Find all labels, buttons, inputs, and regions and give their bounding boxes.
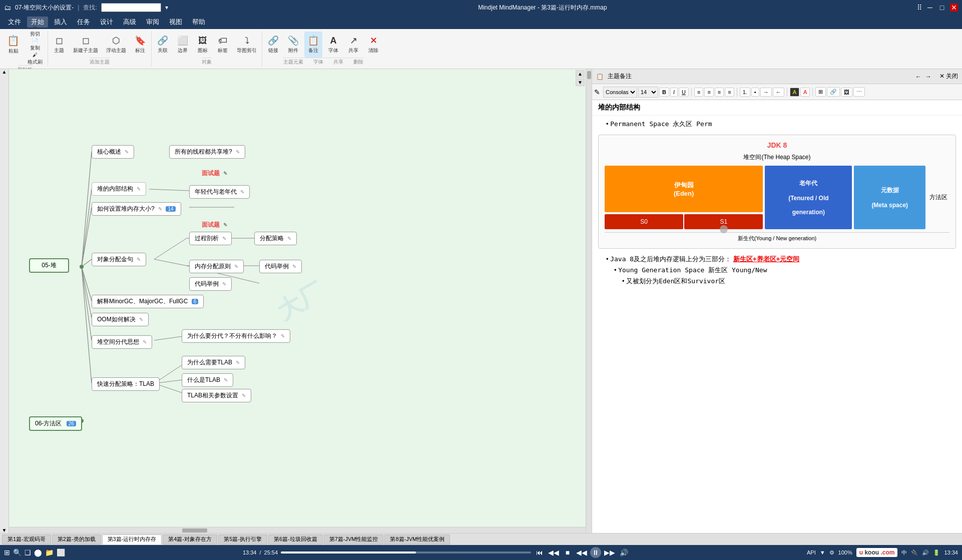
node-tlab-params[interactable]: TLAB相关参数设置 ✎ bbox=[182, 389, 251, 402]
align-right-button[interactable]: ≡ bbox=[715, 88, 724, 97]
node-process-analysis[interactable]: 过程剖析 ✎ bbox=[189, 232, 232, 245]
node-set-heap-size[interactable]: 如何设置堆内存大小? ✎ 14 bbox=[92, 202, 181, 216]
node-gen-thought[interactable]: 堆空间分代思想 ✎ bbox=[92, 335, 152, 349]
search-input[interactable] bbox=[101, 3, 161, 12]
bold-button[interactable]: B bbox=[659, 88, 669, 97]
node-object-alloc[interactable]: 对象分配金句 ✎ bbox=[92, 253, 146, 266]
taskview-icon[interactable]: ❑ bbox=[25, 548, 31, 556]
floating-topic-button[interactable]: ⬡ 浮动主题 bbox=[103, 32, 129, 58]
tab-7[interactable]: 第8篇-JVM性能优案例 bbox=[384, 534, 450, 544]
menu-review[interactable]: 审阅 bbox=[142, 17, 163, 28]
node-mem-alloc-principle[interactable]: 内存分配原则 ✎ bbox=[189, 260, 244, 273]
menu-insert[interactable]: 插入 bbox=[50, 17, 71, 28]
minimize-button[interactable]: ─ bbox=[926, 4, 934, 12]
clip-map-button[interactable]: ⤵ 导图剪引 bbox=[234, 32, 260, 58]
node-code-example1[interactable]: 代码举例 ✎ bbox=[259, 260, 302, 273]
node-young-old[interactable]: 年轻代与老年代 ✎ bbox=[189, 185, 250, 199]
menu-design[interactable]: 设计 bbox=[96, 17, 117, 28]
highlight-button[interactable]: A bbox=[790, 88, 799, 97]
node-06-method[interactable]: 06-方法区 26 bbox=[29, 416, 82, 431]
maximize-button[interactable]: □ bbox=[938, 4, 946, 12]
node-05-heap[interactable]: 05-堆 bbox=[29, 258, 69, 273]
node-oom-solve[interactable]: OOM如何解决 ✎ bbox=[92, 313, 149, 326]
link-button[interactable]: 🔗 链接 bbox=[264, 32, 282, 58]
mindmap-area[interactable]: 大厂 bbox=[9, 69, 592, 533]
node-why-tlab[interactable]: 为什么需要TLAB ✎ bbox=[182, 356, 245, 369]
paste-button[interactable]: 📋 粘贴 bbox=[4, 30, 23, 60]
next-button[interactable]: ▶▶ bbox=[604, 547, 615, 558]
underline-button[interactable]: U bbox=[679, 88, 689, 97]
settings-icon[interactable]: ⚙ bbox=[829, 549, 834, 556]
nav-back-button[interactable]: ← bbox=[915, 73, 921, 80]
unordered-list-button[interactable]: • bbox=[751, 88, 759, 97]
callout-button[interactable]: 🔖 标注 bbox=[131, 32, 149, 58]
text-color-button[interactable]: A bbox=[800, 88, 810, 97]
folder-icon[interactable]: 📁 bbox=[45, 548, 54, 556]
tab-1[interactable]: 第2篇-类的加载 bbox=[52, 534, 101, 544]
apps-icon[interactable]: ⠿ bbox=[917, 4, 922, 12]
stop-button[interactable]: ■ bbox=[562, 547, 573, 558]
align-left-button[interactable]: ≡ bbox=[694, 88, 703, 97]
chrome-icon[interactable]: ⬤ bbox=[34, 548, 42, 556]
share-button[interactable]: ↗ 共享 bbox=[344, 32, 362, 58]
app-icon1[interactable]: ⬜ bbox=[57, 548, 65, 556]
rewind-button[interactable]: ⏮ bbox=[534, 547, 545, 558]
nav-forward-button[interactable]: → bbox=[925, 73, 931, 80]
back-button[interactable]: ◀◀ bbox=[548, 547, 559, 558]
scrollbar-thumb[interactable] bbox=[587, 71, 591, 79]
close-panel-button[interactable]: ✕ 关闭 bbox=[939, 72, 958, 81]
menu-advanced[interactable]: 高级 bbox=[119, 17, 140, 28]
topic-button[interactable]: ◻ 主题 bbox=[50, 32, 68, 58]
format-painter-button[interactable]: 🖌 格式刷 bbox=[25, 52, 46, 65]
node-all-threads-share[interactable]: 所有的线程都共享堆? ✎ bbox=[169, 145, 245, 159]
ordered-list-button[interactable]: 1. bbox=[740, 88, 750, 97]
node-core-concept[interactable]: 核心概述 ✎ bbox=[92, 145, 134, 159]
filter-icon[interactable]: ▼ bbox=[820, 549, 825, 555]
sidebar-top-arrow[interactable]: ▲ bbox=[2, 69, 7, 75]
insert-image-button[interactable]: 🖼 bbox=[841, 88, 852, 97]
search-taskbar-icon[interactable]: 🔍 bbox=[13, 548, 22, 556]
tab-5[interactable]: 第6篇-垃圾回收篇 bbox=[268, 534, 323, 544]
outdent-button[interactable]: ← bbox=[773, 88, 784, 97]
horizontal-scrollbar[interactable] bbox=[9, 527, 586, 533]
notes-button[interactable]: 📋 备注 bbox=[304, 32, 322, 58]
tab-0[interactable]: 第1篇-宏观码哥 bbox=[2, 534, 51, 544]
tab-6[interactable]: 第7篇-JVM性能监控 bbox=[324, 534, 384, 544]
menu-task[interactable]: 任务 bbox=[73, 17, 94, 28]
node-what-tlab[interactable]: 什么是TLAB ✎ bbox=[182, 373, 233, 387]
relationship-button[interactable]: 🔗 关联 bbox=[154, 32, 172, 58]
sidebar-bottom-arrow[interactable]: ▼ bbox=[2, 527, 7, 533]
table-button[interactable]: ⊞ bbox=[815, 87, 826, 97]
tab-2[interactable]: 第3篇-运行时内存存 bbox=[102, 534, 162, 544]
insert-link-button[interactable]: 🔗 bbox=[827, 87, 840, 97]
node-tlab-strategy[interactable]: 快速分配策略：TLAB bbox=[92, 377, 160, 391]
align-justify-button[interactable]: ≡ bbox=[725, 88, 734, 97]
subtopic-button[interactable]: ◻ 新建子主题 bbox=[70, 32, 101, 58]
font-family-select[interactable]: Consolas bbox=[603, 87, 637, 98]
font-button[interactable]: A 字体 bbox=[324, 32, 342, 58]
node-gc-explain[interactable]: 解释MinorGC、MajorGC、FullGC 6 bbox=[92, 295, 204, 308]
menu-view[interactable]: 视图 bbox=[165, 17, 186, 28]
clear-button[interactable]: ✕ 清除 bbox=[364, 32, 382, 58]
boundary-button[interactable]: ⬜ 边界 bbox=[174, 32, 192, 58]
tab-3[interactable]: 第4篇-对象存在方 bbox=[163, 534, 217, 544]
prev-button[interactable]: ◀◀ bbox=[576, 547, 587, 558]
node-code-example2[interactable]: 代码举例 ✎ bbox=[189, 277, 232, 291]
font-size-select[interactable]: 14 bbox=[638, 87, 658, 98]
volume-taskbar[interactable]: 🔊 bbox=[922, 549, 929, 556]
volume-button[interactable]: 🔊 bbox=[618, 547, 629, 558]
close-button[interactable]: ✕ bbox=[950, 4, 958, 12]
h-scrollbar-thumb[interactable] bbox=[182, 528, 207, 532]
zoom-down[interactable]: ▼ bbox=[576, 79, 585, 86]
copy-button[interactable]: 📄 复制 bbox=[25, 38, 46, 51]
tab-4[interactable]: 第5篇-执行引擎 bbox=[218, 534, 267, 544]
attachment-button[interactable]: 📎 附件 bbox=[284, 32, 302, 58]
play-pause-button[interactable]: ⏸ bbox=[590, 547, 601, 558]
progress-bar[interactable] bbox=[281, 551, 531, 553]
node-alloc-strategy[interactable]: 分配策略 ✎ bbox=[254, 232, 297, 245]
align-center-button[interactable]: ≡ bbox=[704, 88, 713, 97]
icon-button[interactable]: 🖼 图标 bbox=[194, 32, 212, 58]
node-heap-internal[interactable]: 堆的内部结构 ✎ bbox=[92, 182, 146, 196]
cut-button[interactable]: ✂ 剪切 bbox=[25, 24, 46, 37]
zoom-up[interactable]: ▲ bbox=[576, 70, 585, 78]
